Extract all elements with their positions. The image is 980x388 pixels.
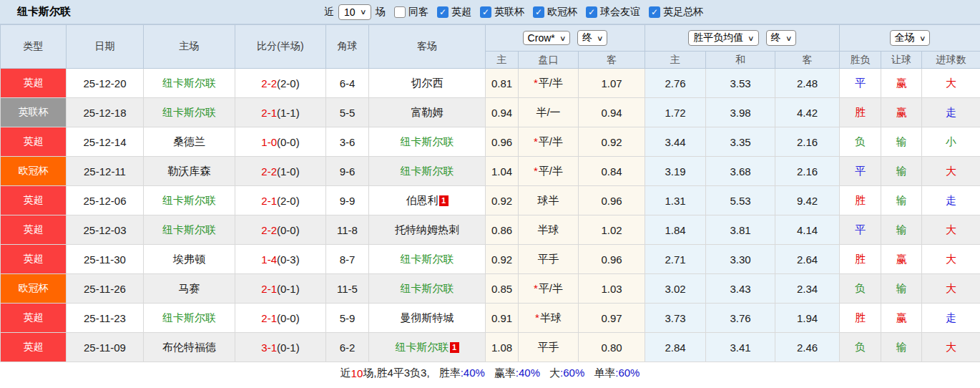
scope-select[interactable]: 全场 ∨ bbox=[890, 30, 930, 46]
subheader-ah-away: 客 bbox=[579, 52, 645, 69]
result-handicap: 输 bbox=[881, 274, 922, 304]
home-team-cell: 勒沃库森 bbox=[144, 157, 235, 186]
result-handicap: 输 bbox=[881, 157, 922, 186]
score-cell: 2-1(0-1) bbox=[235, 274, 326, 304]
euro-time-select[interactable]: 终 ∨ bbox=[766, 30, 796, 46]
euro-away-odds: 4.14 bbox=[775, 215, 840, 245]
over-rate-stat: 大:60% bbox=[549, 367, 584, 380]
same-opponent-checkbox[interactable]: ✓ bbox=[394, 6, 406, 18]
home-team-cell: 布伦特福德 bbox=[144, 333, 235, 362]
recent-count-select[interactable]: 10 ∨ bbox=[338, 4, 371, 20]
type-cell: 英超 bbox=[1, 304, 67, 333]
bookmaker-select[interactable]: Crow* ∨ bbox=[523, 31, 570, 45]
result-handicap: 输 bbox=[881, 127, 922, 157]
result-goals: 大 bbox=[922, 69, 980, 98]
top-filter-bar: 纽卡斯尔联 近 10 ∨ 场 ✓ 同客 ✓ 英超 ✓ 英联杯 ✓ 欧冠杯 ✓ 球… bbox=[0, 0, 980, 24]
league-label-friendly: 球会友谊 bbox=[600, 6, 640, 19]
check-icon: ✓ bbox=[588, 8, 595, 16]
league-checkbox-ucl[interactable]: ✓ bbox=[533, 6, 544, 18]
result-goals: 大 bbox=[922, 333, 980, 362]
star-marker: * bbox=[535, 311, 539, 324]
scope-select-value: 全场 bbox=[895, 31, 915, 44]
league-checkbox-friendly[interactable]: ✓ bbox=[586, 6, 597, 18]
over-rate-label: 大 bbox=[549, 367, 560, 379]
corners-cell: 8-7 bbox=[326, 245, 369, 274]
ah-handicap: 球半 bbox=[519, 186, 579, 215]
summary-count: 10 bbox=[351, 367, 363, 379]
date-cell: 25-12-20 bbox=[67, 69, 144, 98]
over-rate-value: :60% bbox=[560, 367, 584, 379]
asian-time-select[interactable]: 终 ∨ bbox=[577, 30, 607, 46]
corners-cell: 6-4 bbox=[326, 69, 369, 98]
result-outcome: 负 bbox=[840, 333, 881, 362]
corners-cell: 9-9 bbox=[326, 186, 369, 215]
corners-cell: 6-2 bbox=[326, 333, 369, 362]
win-rate-value: :40% bbox=[461, 367, 485, 379]
header-away: 客场 bbox=[369, 25, 486, 69]
recent-label: 近 bbox=[324, 6, 334, 19]
ah-away-odds: 0.84 bbox=[579, 157, 645, 186]
result-handicap: 赢 bbox=[881, 245, 922, 274]
result-outcome: 胜 bbox=[840, 304, 881, 333]
ah-home-odds: 1.04 bbox=[486, 157, 519, 186]
away-team-cell: 纽卡斯尔联 bbox=[369, 274, 486, 304]
league-checkbox-epl[interactable]: ✓ bbox=[437, 6, 449, 18]
handicap-win-rate-stat: 赢率:40% bbox=[494, 367, 540, 380]
home-team-cell: 马赛 bbox=[144, 274, 235, 304]
same-opponent-label: 同客 bbox=[408, 6, 428, 19]
win-rate-stat: 胜率:40% bbox=[439, 367, 485, 380]
date-cell: 25-12-18 bbox=[67, 98, 144, 127]
league-label-ucl: 欧冠杯 bbox=[547, 6, 577, 19]
score-cell: 2-2(0-0) bbox=[235, 215, 326, 245]
euro-home-odds: 1.72 bbox=[645, 98, 706, 127]
ah-away-odds: 0.92 bbox=[579, 127, 645, 157]
chevron-down-icon: ∨ bbox=[359, 8, 366, 16]
result-handicap: 赢 bbox=[881, 69, 922, 98]
result-handicap: 赢 bbox=[881, 304, 922, 333]
result-handicap: 输 bbox=[881, 186, 922, 215]
score-cell: 1-0(0-0) bbox=[235, 127, 326, 157]
bookmaker-select-value: Crow* bbox=[528, 32, 555, 44]
euro-away-odds: 2.34 bbox=[775, 274, 840, 304]
result-goals: 小 bbox=[922, 127, 980, 157]
result-outcome: 平 bbox=[840, 215, 881, 245]
ah-away-odds: 1.03 bbox=[579, 274, 645, 304]
score-cell: 2-1(1-1) bbox=[235, 98, 326, 127]
date-cell: 25-12-06 bbox=[67, 186, 144, 215]
result-goals: 大 bbox=[922, 245, 980, 274]
result-group-header: 全场 ∨ bbox=[840, 25, 980, 52]
league-checkbox-league-cup[interactable]: ✓ bbox=[480, 6, 491, 18]
ah-away-odds: 1.02 bbox=[579, 215, 645, 245]
type-cell: 欧冠杯 bbox=[1, 274, 67, 304]
euro-metric-select[interactable]: 胜平负均值 ∨ bbox=[688, 30, 758, 46]
handicap-win-rate-value: :40% bbox=[516, 367, 540, 379]
euro-home-odds: 2.71 bbox=[645, 245, 706, 274]
away-team-cell: 纽卡斯尔联 bbox=[369, 157, 486, 186]
euro-home-odds: 1.31 bbox=[645, 186, 706, 215]
league-checkbox-fa-cup[interactable]: ✓ bbox=[649, 6, 660, 18]
ah-home-odds: 0.81 bbox=[486, 69, 519, 98]
date-cell: 25-12-11 bbox=[67, 157, 144, 186]
away-team-cell: 曼彻斯特城 bbox=[369, 304, 486, 333]
ah-home-odds: 0.92 bbox=[486, 186, 519, 215]
corners-cell: 9-6 bbox=[326, 157, 369, 186]
euro-away-odds: 2.48 bbox=[775, 69, 840, 98]
score-cell: 2-1(2-0) bbox=[235, 186, 326, 215]
star-marker: * bbox=[534, 282, 538, 294]
header-type: 类型 bbox=[1, 25, 67, 69]
ah-home-odds: 0.94 bbox=[486, 98, 519, 127]
euro-draw-odds: 3.43 bbox=[706, 274, 775, 304]
summary-lead: 近 bbox=[340, 367, 351, 380]
corners-cell: 11-8 bbox=[326, 215, 369, 245]
subheader-eu-away: 客 bbox=[775, 52, 840, 69]
ah-away-odds: 0.94 bbox=[579, 98, 645, 127]
handicap-win-rate-label: 赢率 bbox=[494, 367, 516, 379]
asian-time-select-value: 终 bbox=[582, 31, 592, 44]
subheader-outcome: 胜负 bbox=[840, 52, 881, 69]
euro-draw-odds: 3.81 bbox=[706, 215, 775, 245]
type-cell: 欧冠杯 bbox=[1, 157, 67, 186]
ah-home-odds: 0.86 bbox=[486, 215, 519, 245]
subheader-ah-home: 主 bbox=[486, 52, 519, 69]
home-team-cell: 埃弗顿 bbox=[144, 245, 235, 274]
home-team-cell: 纽卡斯尔联 bbox=[144, 215, 235, 245]
